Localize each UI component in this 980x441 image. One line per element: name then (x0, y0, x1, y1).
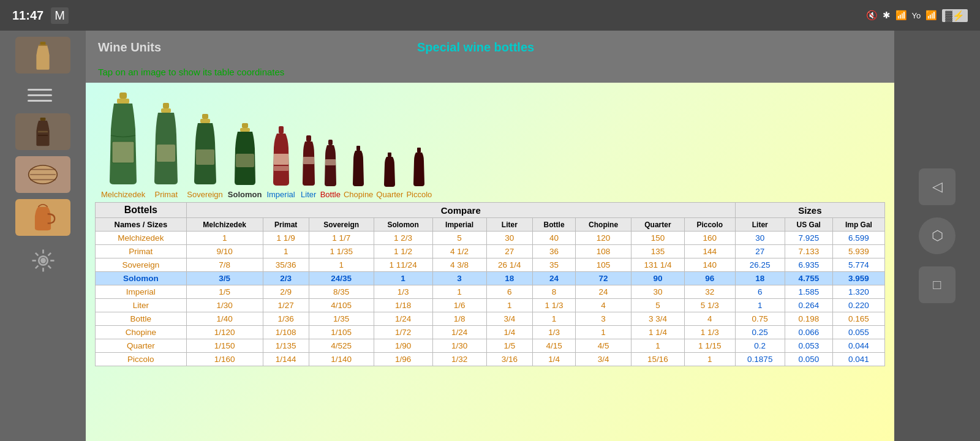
sidebar-icon-bottle1[interactable] (15, 37, 70, 74)
cell-compare-8: 1 (631, 339, 685, 353)
sidebar-icon-barrel[interactable] (15, 156, 70, 193)
cell-compare-0: 1/30 (186, 299, 263, 312)
cell-compare-9: 140 (684, 258, 735, 272)
table-row-liter[interactable]: Liter1/301/274/1051/181/611 1/3455 1/310… (96, 299, 885, 312)
email-icon: M (51, 7, 69, 24)
cell-compare-7: 3 (576, 312, 631, 326)
table-body: Melchizedek11 1/91 1/71 2/35304012015016… (96, 232, 885, 366)
cell-size-0: 0.25 (735, 326, 785, 339)
cell-size-0: 26.25 (735, 258, 785, 272)
cell-compare-2: 4/525 (309, 339, 374, 353)
cell-size-2: 0.220 (832, 299, 884, 312)
cell-compare-2: 4/105 (309, 299, 374, 312)
cell-name-chopine: Chopine (96, 326, 187, 339)
cell-compare-5: 6 (486, 285, 532, 299)
cell-compare-1: 2/3 (263, 272, 309, 285)
cell-size-2: 5.939 (832, 245, 884, 258)
bottle-piccolo[interactable]: Piccolo (406, 148, 432, 199)
mute-icon: 🔇 (866, 10, 878, 21)
cell-compare-0: 7/8 (186, 258, 263, 272)
sidebar-icon-bottle2[interactable] (15, 113, 70, 150)
svg-rect-40 (356, 146, 360, 151)
table-row-imperial[interactable]: Imperial1/52/98/351/316824303261.5851.32… (96, 285, 885, 299)
bottle-liter[interactable]: Liter (300, 135, 317, 199)
cell-compare-7: 105 (576, 258, 631, 272)
cell-compare-4: 1/8 (432, 312, 486, 326)
cell-compare-1: 1 1/9 (263, 232, 309, 245)
svg-rect-41 (388, 153, 391, 157)
svg-rect-4 (38, 135, 48, 136)
col-impgal: Imp Gal (832, 218, 884, 232)
cell-compare-6: 4/15 (533, 339, 576, 353)
bottle-sovereign[interactable]: Sovereign (187, 114, 223, 199)
home-button[interactable]: ⬡ (919, 217, 956, 254)
table-row-quarter[interactable]: Quarter1/1501/1354/5251/901/301/54/154/5… (96, 339, 885, 353)
svg-rect-38 (328, 140, 333, 145)
cell-compare-6: 40 (533, 232, 576, 245)
cell-compare-0: 1/40 (186, 312, 263, 326)
cell-compare-4: 4 3/8 (432, 258, 486, 272)
cell-size-2: 5.774 (832, 258, 884, 272)
bottle-bottle[interactable]: Bottle (320, 140, 341, 199)
back-button[interactable]: ◁ (919, 168, 956, 205)
cell-size-2: 1.320 (832, 285, 884, 299)
bottle-primat[interactable]: Primat (150, 103, 182, 199)
bottle-primat-label: Primat (154, 190, 178, 199)
hamburger-menu[interactable] (24, 83, 61, 107)
svg-rect-21 (117, 99, 129, 104)
cell-compare-5: 1/5 (486, 339, 532, 353)
cell-compare-8: 3 3/4 (631, 312, 685, 326)
cell-compare-7: 1 (576, 326, 631, 339)
cell-compare-3: 1/3 (374, 285, 432, 299)
table-row-bottle[interactable]: Bottle1/401/361/351/241/83/4133 3/440.75… (96, 312, 885, 326)
svg-rect-2 (40, 118, 46, 121)
col-melchizedek: Melchizedek (186, 218, 263, 232)
bottle-imperial[interactable]: Imperial (266, 126, 295, 199)
cell-compare-3: 1/72 (374, 326, 432, 339)
table-row-melchizedek[interactable]: Melchizedek11 1/91 1/71 2/35304012015016… (96, 232, 885, 245)
col-chopine: Chopine (576, 218, 631, 232)
svg-line-18 (35, 265, 38, 268)
page-title: Special wine bottles (417, 40, 534, 55)
cell-name-solomon: Solomon (96, 272, 187, 285)
cell-size-2: 0.041 (832, 353, 884, 366)
cell-compare-8: 90 (631, 272, 685, 285)
bottle-quarter[interactable]: Quarter (376, 153, 403, 199)
col-solomon: Solomon (374, 218, 432, 232)
th-sizes: Sizes (735, 203, 884, 218)
cell-compare-8: 30 (631, 285, 685, 299)
square-button[interactable]: □ (919, 266, 956, 303)
cell-compare-0: 1/120 (186, 326, 263, 339)
bottle-chopine[interactable]: Chopine (344, 146, 373, 199)
cell-compare-8: 131 1/4 (631, 258, 685, 272)
cell-compare-5: 1 (486, 299, 532, 312)
cell-compare-5: 27 (486, 245, 532, 258)
bottle-melchizedek[interactable]: Melchizedek (101, 92, 145, 199)
cell-compare-7: 24 (576, 285, 631, 299)
col-liter: Liter (486, 218, 532, 232)
svg-rect-27 (202, 114, 208, 119)
table-row-piccolo[interactable]: Piccolo1/1601/1441/1401/961/323/161/43/4… (96, 353, 885, 366)
cell-compare-6: 1/3 (533, 326, 576, 339)
sidebar-icon-jug[interactable] (15, 199, 70, 236)
cell-compare-9: 1 1/3 (684, 326, 735, 339)
cell-compare-6: 36 (533, 245, 576, 258)
status-bar: 11:47 M 🔇 ✱ 📶 Yo 📶 ▓⚡ (0, 0, 980, 31)
svg-rect-29 (196, 149, 214, 165)
bottle-solomon[interactable]: Solomon (228, 123, 262, 199)
battery-icon: ▓⚡ (942, 9, 968, 22)
col-sovereign: Sovereign (309, 218, 374, 232)
table-row-sovereign[interactable]: Sovereign7/835/3611 11/244 3/826 1/43510… (96, 258, 885, 272)
bottle-sovereign-label: Sovereign (187, 190, 223, 199)
sidebar-gear-icon[interactable] (18, 242, 67, 279)
table-row-primat[interactable]: Primat9/1011 1/351 1/24 1/22736108135144… (96, 245, 885, 258)
cell-compare-2: 24/35 (309, 272, 374, 285)
cell-compare-7: 72 (576, 272, 631, 285)
table-row-solomon[interactable]: Solomon3/52/324/35131824729096184.7553.9… (96, 272, 885, 285)
subtitle-bar: Tap on an image to show its table coordi… (86, 64, 894, 83)
table-row-chopine[interactable]: Chopine1/1201/1081/1051/721/241/41/311 1… (96, 326, 885, 339)
cell-size-1: 6.935 (785, 258, 832, 272)
cell-size-2: 6.599 (832, 232, 884, 245)
bottle-piccolo-label: Piccolo (406, 190, 432, 199)
cell-compare-3: 1 11/24 (374, 258, 432, 272)
